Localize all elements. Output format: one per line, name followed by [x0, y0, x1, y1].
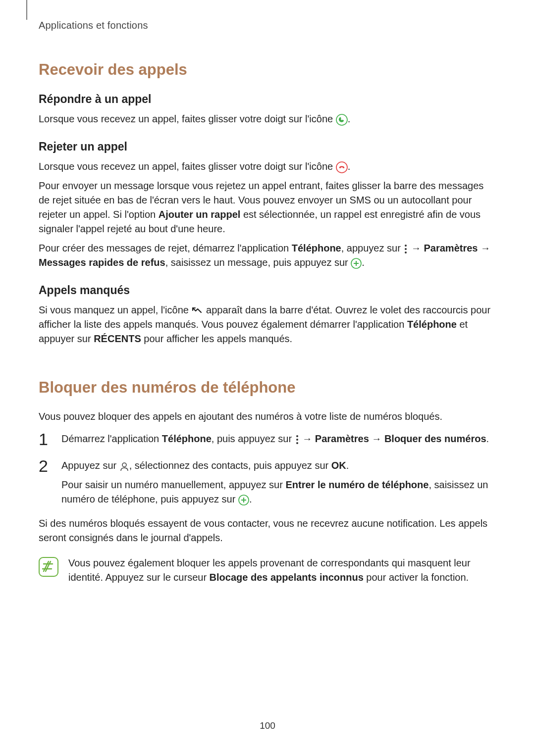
reject-call-icon — [336, 161, 348, 173]
heading-reject-call: Rejeter un appel — [39, 140, 496, 153]
answer-call-icon — [336, 114, 348, 126]
svg-point-8 — [296, 435, 298, 437]
svg-point-10 — [296, 442, 298, 444]
step-number: 2 — [39, 457, 53, 505]
step-2-body: Appuyez sur , sélectionnez des contacts,… — [61, 458, 496, 506]
paragraph-reject-call-2: Pour envoyer un message lorsque vous rej… — [39, 179, 496, 236]
heading-receive-calls: Recevoir des appels — [39, 61, 496, 79]
step-1: 1 Démarrez l'application Téléphone, puis… — [39, 432, 496, 449]
note-icon — [39, 557, 58, 579]
svg-point-1 — [336, 162, 347, 173]
svg-rect-15 — [39, 557, 58, 576]
top-margin-line — [26, 0, 27, 20]
svg-point-0 — [336, 114, 347, 125]
add-icon — [351, 258, 362, 269]
svg-point-2 — [405, 245, 407, 247]
svg-point-11 — [122, 463, 126, 467]
numbered-list: 1 Démarrez l'application Téléphone, puis… — [39, 432, 496, 506]
heading-missed-calls: Appels manqués — [39, 284, 496, 297]
more-options-icon — [403, 244, 408, 254]
paragraph-block-intro: Vous pouvez bloquer des appels en ajouta… — [39, 409, 496, 424]
svg-point-4 — [405, 252, 407, 253]
note-text: Vous pouvez également bloquer les appels… — [68, 556, 496, 585]
svg-point-9 — [296, 439, 298, 441]
missed-call-icon — [191, 306, 203, 315]
paragraph-missed-calls: Si vous manquez un appel, l'icône appara… — [39, 303, 496, 346]
paragraph-block-outcome: Si des numéros bloqués essayent de vous … — [39, 516, 496, 545]
page: Applications et fonctions Recevoir des a… — [0, 0, 535, 756]
paragraph-reject-call-1: Lorsque vous recevez un appel, faites gl… — [39, 159, 496, 174]
svg-point-3 — [405, 248, 407, 250]
chapter-header: Applications et fonctions — [39, 20, 496, 31]
step-2: 2 Appuyez sur , sélectionnez des contact… — [39, 458, 496, 506]
step-1-body: Démarrez l'application Téléphone, puis a… — [61, 432, 496, 449]
paragraph-answer-call: Lorsque vous recevez un appel, faites gl… — [39, 112, 496, 126]
heading-block-numbers: Bloquer des numéros de téléphone — [39, 379, 496, 397]
contact-icon — [119, 461, 129, 471]
add-icon — [238, 495, 249, 505]
more-options-icon — [295, 434, 300, 445]
note-block: Vous pouvez également bloquer les appels… — [39, 556, 496, 585]
heading-answer-call: Répondre à un appel — [39, 93, 496, 106]
step-number: 1 — [39, 431, 53, 448]
page-number: 100 — [0, 720, 535, 731]
paragraph-reject-call-3: Pour créer des messages de rejet, démarr… — [39, 241, 496, 270]
